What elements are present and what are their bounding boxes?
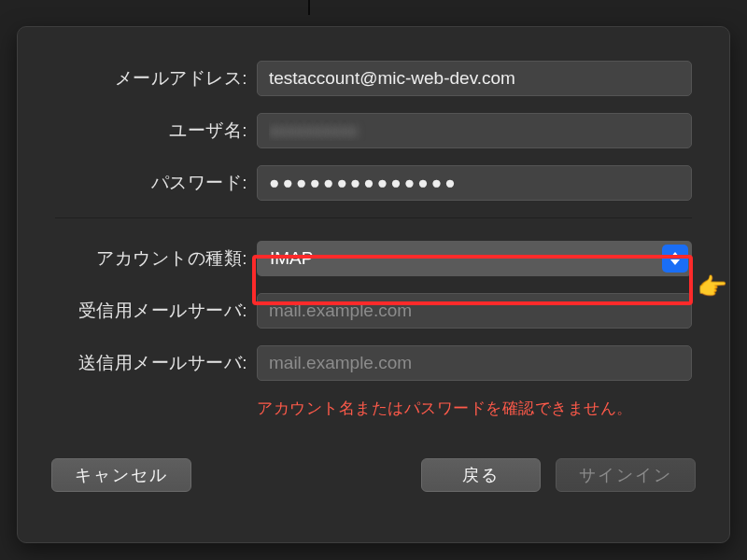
cancel-button[interactable]: キャンセル [51,458,191,492]
svg-marker-1 [670,259,680,265]
outgoing-server-field[interactable] [257,345,692,381]
incoming-server-label: 受信用メールサーバ: [55,299,257,323]
select-arrows-icon [662,245,688,273]
form-area: メールアドレス: ユーザ名: パスワード: アカウントの種類: [18,27,729,441]
button-row: キャンセル 戻る サインイン [18,441,729,516]
email-field[interactable] [257,61,692,96]
top-divider [308,0,310,15]
password-label: パスワード: [55,171,257,195]
password-field[interactable] [257,165,692,201]
svg-marker-0 [670,252,680,258]
outgoing-server-label: 送信用メールサーバ: [55,351,257,375]
signin-button: サインイン [556,458,696,492]
account-setup-sheet: メールアドレス: ユーザ名: パスワード: アカウントの種類: [17,26,730,543]
incoming-server-field[interactable] [257,293,692,329]
username-field[interactable] [257,113,692,148]
account-type-value: IMAP [270,248,313,269]
email-label: メールアドレス: [55,66,257,91]
username-label: ユーザ名: [55,119,257,143]
account-type-select[interactable]: IMAP [257,241,692,276]
back-button[interactable]: 戻る [421,458,541,492]
error-message: アカウント名またはパスワードを確認できません。 [257,398,692,419]
section-divider [55,217,692,218]
account-type-label: アカウントの種類: [55,246,257,271]
